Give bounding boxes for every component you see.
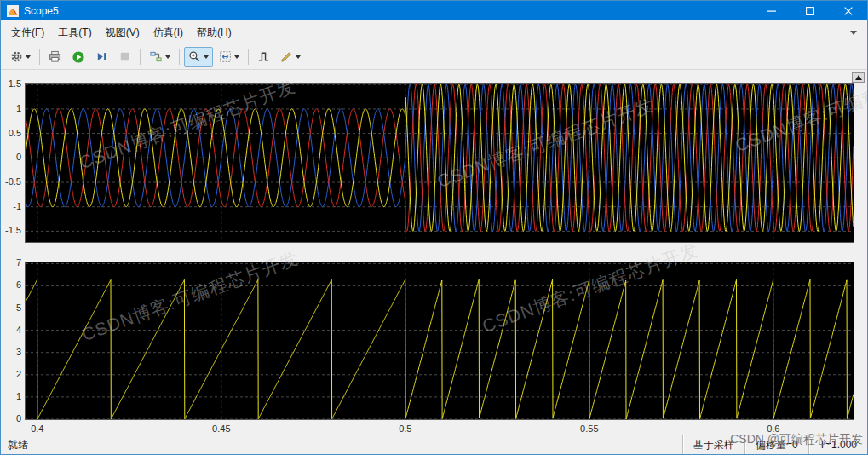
- status-sample-mode: 基于采样: [682, 435, 744, 454]
- menu-help[interactable]: 帮助(H): [190, 22, 239, 43]
- x-axis-labels: 0.40.450.50.550.6: [26, 423, 854, 435]
- y-tick-label: -1.5: [5, 225, 21, 235]
- matlab-scope-icon: [7, 5, 19, 17]
- triangle-up-icon: [855, 75, 862, 80]
- axes-expand-button[interactable]: [852, 72, 865, 83]
- status-offset: 偏移量=0: [744, 435, 808, 454]
- y-tick-label: 2: [16, 369, 21, 379]
- window-controls: [752, 1, 867, 20]
- y-tick-label: 0.5: [9, 128, 21, 138]
- trigger-button[interactable]: [253, 47, 274, 67]
- status-ready-text: 就绪: [1, 435, 28, 454]
- menu-file[interactable]: 文件(F): [4, 22, 51, 43]
- toolbar-separator: [140, 49, 141, 65]
- scope-display-area: 1.510.50-0.5-1-1.5 76543210 0.40.450.50.…: [1, 70, 867, 435]
- measurements-button[interactable]: [276, 47, 305, 67]
- dropdown-arrow-icon: [165, 55, 170, 59]
- y-tick-label: 0: [16, 413, 21, 423]
- stop-icon: [118, 50, 131, 63]
- status-time: T=1.000: [808, 435, 867, 454]
- y-tick-label: 6: [16, 279, 21, 290]
- dropdown-arrow-icon: [26, 55, 31, 59]
- zoom-icon: [188, 50, 201, 63]
- window-title: Scope5: [24, 5, 59, 17]
- y-tick-label: 1: [16, 103, 21, 113]
- run-play-icon: [72, 50, 85, 64]
- dropdown-arrow-icon: [234, 55, 239, 59]
- y-tick-label: 1: [16, 391, 21, 401]
- y-tick-label: 1.5: [9, 78, 21, 89]
- toolbar: [1, 44, 867, 70]
- close-icon: [844, 7, 853, 15]
- toolbar-separator: [248, 49, 249, 65]
- y-tick-label: 3: [16, 347, 21, 357]
- app-icon: [6, 4, 20, 18]
- x-tick-label: 0.45: [212, 423, 230, 434]
- pencil-icon: [280, 50, 293, 63]
- y-tick-label: 5: [16, 302, 21, 313]
- gear-icon: [10, 50, 23, 63]
- bottom-plot: 76543210: [3, 262, 856, 420]
- x-tick-label: 0.6: [767, 423, 779, 434]
- x-tick-label: 0.5: [399, 423, 411, 434]
- run-button[interactable]: [67, 47, 89, 67]
- y-tick-label: 7: [16, 257, 21, 268]
- maximize-button[interactable]: [790, 1, 829, 20]
- y-tick-label: 4: [16, 325, 21, 335]
- settings-button[interactable]: [6, 47, 35, 67]
- y-tick-label: 0: [16, 152, 21, 162]
- plot-canvas[interactable]: [25, 83, 854, 243]
- title-bar[interactable]: Scope5: [1, 1, 867, 20]
- trigger-icon: [257, 50, 270, 63]
- top-plot: 1.510.50-0.5-1-1.5: [3, 83, 856, 243]
- fit-to-view-icon: [219, 50, 232, 63]
- menu-view[interactable]: 视图(V): [99, 22, 147, 43]
- x-tick-label: 0.55: [580, 423, 598, 434]
- close-button[interactable]: [829, 1, 867, 20]
- stop-button[interactable]: [114, 47, 135, 67]
- status-cells: 基于采样 偏移量=0 T=1.000: [682, 435, 867, 454]
- toolbar-separator: [179, 49, 180, 65]
- minimize-icon: [767, 7, 776, 15]
- plot-canvas[interactable]: [25, 262, 854, 420]
- dropdown-arrow-icon: [296, 55, 301, 59]
- menu-bar: 文件(F) 工具(T) 视图(V) 仿真(I) 帮助(H): [1, 20, 867, 44]
- status-bar: 就绪 基于采样 偏移量=0 T=1.000: [1, 435, 867, 454]
- y-tick-label: -0.5: [5, 176, 21, 187]
- toolbar-separator: [39, 49, 40, 65]
- zoom-button[interactable]: [184, 47, 213, 67]
- y-axis-labels: 76543210: [3, 262, 24, 420]
- dropdown-arrow-icon: [204, 55, 209, 59]
- menu-tools[interactable]: 工具(T): [51, 22, 98, 43]
- menubar-overflow-chevron-icon[interactable]: [850, 31, 857, 35]
- y-tick-label: -1: [13, 201, 21, 211]
- step-forward-button[interactable]: [91, 47, 112, 67]
- series-phase-ramp: [26, 279, 854, 419]
- x-tick-label: 0.4: [31, 423, 43, 434]
- maximize-icon: [806, 7, 814, 15]
- signal-selector-button[interactable]: [145, 47, 175, 67]
- step-forward-icon: [95, 50, 108, 63]
- menu-simulation[interactable]: 仿真(I): [147, 22, 190, 43]
- signal-selector-icon: [149, 50, 163, 63]
- print-button[interactable]: [44, 47, 66, 67]
- scope-window: Scope5 文件(F) 工具(T) 视图(V) 仿真(I) 帮助(H): [0, 0, 868, 455]
- printer-icon: [49, 50, 61, 63]
- y-axis-labels: 1.510.50-0.5-1-1.5: [3, 83, 24, 243]
- minimize-button[interactable]: [752, 1, 790, 20]
- fit-to-view-button[interactable]: [215, 47, 244, 67]
